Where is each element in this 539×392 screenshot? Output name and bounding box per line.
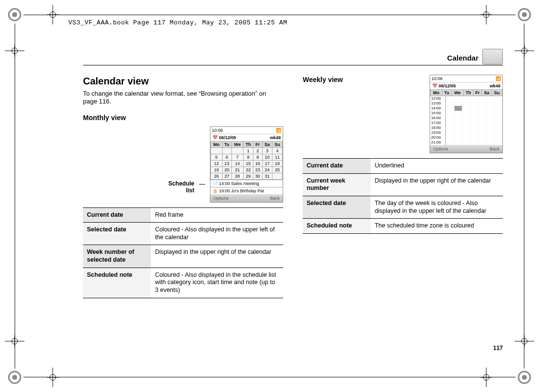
phone-date: 06/12/05 <box>219 135 236 140</box>
page-number: 117 <box>493 345 503 351</box>
desc-value: Red frame <box>151 207 283 223</box>
callout-leader <box>199 184 205 185</box>
crosshair-left-bottom <box>5 335 24 347</box>
monthly-figure: Schedule list 10:06📶 📅 06/12/05wk49 MoTu… <box>83 126 283 203</box>
desc-label: Current date <box>83 207 151 223</box>
crosshair-bottom-right <box>480 368 492 387</box>
desc-label: Current date <box>303 159 371 174</box>
phone-date-w: 06/12/05 <box>439 83 456 88</box>
crop-line-bottom <box>23 377 516 377</box>
softkey-back-w: Back <box>490 146 499 151</box>
phone-week-w: wk49 <box>490 83 500 88</box>
phone-week-days: MoTuWeThFrSaSu <box>430 89 502 96</box>
desc-value: Coloured - Also displayed in the upper l… <box>151 223 283 245</box>
crosshair-top <box>47 5 59 24</box>
regmark-br <box>516 369 533 386</box>
phone-monthly: 10:06📶 📅 06/12/05wk49 MoTuWeThFrSaSu 123… <box>210 126 283 203</box>
crosshair-right <box>515 45 534 57</box>
crop-line-right <box>524 23 524 369</box>
phone-week: wk49 <box>270 135 281 140</box>
softkey-back: Back <box>270 196 280 201</box>
running-head: Calendar <box>447 54 478 62</box>
crosshair-bottom <box>47 368 59 387</box>
weekly-figure: 10:06📶 📅 06/12/05wk49 MoTuWeThFrSaSu 12:… <box>303 75 503 153</box>
monthly-desc-table: Current dateRed frameSelected dateColour… <box>83 207 283 298</box>
svg-point-1 <box>12 12 17 17</box>
desc-value: The day of the week is coloured - Also d… <box>371 196 503 218</box>
regmark-tr <box>516 6 533 23</box>
page-body: Calendar Calendar view To change the cal… <box>54 49 503 351</box>
svg-point-7 <box>522 375 527 380</box>
crosshair-left <box>5 45 24 57</box>
framemaker-header: VS3_VF_AAA.book Page 117 Monday, May 23,… <box>68 19 287 26</box>
phone-sched-1: 📄 14:00 Sales meeting <box>210 180 283 187</box>
crosshair-top-right <box>480 5 492 24</box>
weekly-desc-table: Current dateUnderlinedCurrent week numbe… <box>303 158 503 234</box>
crop-line-top <box>23 15 516 15</box>
desc-value: Underlined <box>371 159 503 174</box>
phone-week-hours: 12:0013:0014:0015:0016:0017:0018:0019:00… <box>430 96 502 145</box>
desc-label: Scheduled note <box>83 268 151 298</box>
softkey-options: Options <box>213 196 228 201</box>
svg-point-5 <box>12 375 17 380</box>
desc-label: Current week number <box>303 173 371 196</box>
crosshair-right-bottom <box>515 335 534 347</box>
head-rule <box>83 65 503 65</box>
phone-month-grid: MoTuWeThFrSaSu 1234567891011121314151617… <box>210 141 283 180</box>
desc-label: Selected date <box>83 223 151 245</box>
desc-value: Displayed in the upper right of the cale… <box>371 173 503 196</box>
svg-point-3 <box>522 12 527 17</box>
desc-label: Week number of selected date <box>83 245 151 268</box>
regmark-bl <box>6 369 23 386</box>
signal-icon: 📶 <box>496 76 501 81</box>
phone-clock-w: 10:06 <box>432 76 443 81</box>
desc-value: The scheduled time zone is coloured <box>371 219 503 234</box>
phone-clock: 10:06 <box>212 128 223 133</box>
intro-text: To change the calendar view format, see … <box>83 90 278 106</box>
right-column: Weekly view 10:06📶 📅 06/12/05wk49 MoTuWe… <box>303 76 503 298</box>
desc-label: Scheduled note <box>303 219 371 234</box>
phone-weekly: 10:06📶 📅 06/12/05wk49 MoTuWeThFrSaSu 12:… <box>430 75 503 153</box>
section-heading: Calendar view <box>83 76 283 87</box>
desc-value: Displayed in the upper right of the cale… <box>151 245 283 268</box>
desc-label: Selected date <box>303 196 371 218</box>
phone-sched-2: 🎂 19:00 Jo's Birthday Par <box>210 187 283 194</box>
calendar-icon <box>482 49 503 64</box>
monthly-heading: Monthly view <box>83 114 283 122</box>
desc-value: Coloured - Also displayed in the schedul… <box>151 268 283 298</box>
softkey-options-w: Options <box>433 146 448 151</box>
regmark-tl <box>6 6 23 23</box>
crop-line-left <box>15 23 15 369</box>
signal-icon: 📶 <box>276 128 281 133</box>
schedule-list-callout: Schedule list <box>168 180 194 194</box>
left-column: Calendar view To change the calendar vie… <box>83 76 283 298</box>
